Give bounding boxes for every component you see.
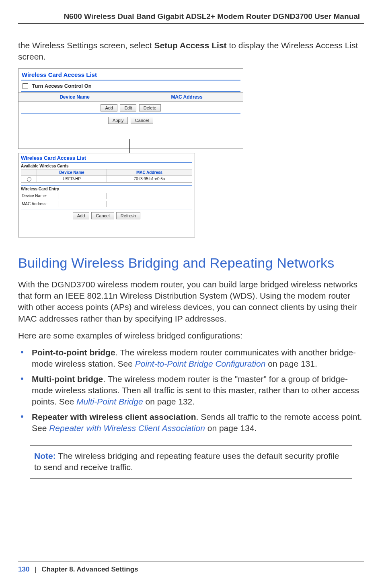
row-device-name: USER-HP	[37, 175, 107, 182]
access-control-row: Turn Access Control On	[18, 80, 243, 92]
access-control-checkbox[interactable]	[23, 83, 28, 89]
panel1-row-buttons: Add Edit Delete	[18, 102, 243, 113]
list-item: Point-to-point bridge. The wireless mode…	[18, 347, 364, 369]
cancel-button[interactable]: Cancel	[131, 117, 153, 124]
access-list-panel: Wireless Card Access List Turn Access Co…	[18, 68, 243, 149]
table-row: USER-HP 70:f3:95:b1:e0:5a	[21, 175, 192, 182]
note-box: Note: The wireless bridging and repeatin…	[30, 445, 352, 479]
bullet-bold: Multi-point bridge	[32, 374, 103, 384]
footer-separator: |	[35, 565, 36, 573]
intro-pre: the Wireless Settings screen, select	[18, 41, 154, 50]
bullet-bold: Repeater with wireless client associatio…	[32, 412, 196, 421]
col-device-name: Device Name	[18, 92, 131, 102]
bullet-text-tail: on page 132.	[143, 397, 195, 406]
row-radio[interactable]	[27, 177, 31, 182]
link-mp-bridge[interactable]: Multi-Point Bridge	[76, 397, 143, 406]
available-cards-label: Available Wireless Cards	[18, 163, 195, 169]
link-repeater[interactable]: Repeater with Wireless Client Associatio…	[49, 423, 205, 433]
panel2-buttons: Add Cancel Refresh	[18, 210, 195, 221]
col-mac-address: MAC Address	[107, 169, 192, 175]
device-name-row: Device Name:	[18, 192, 195, 200]
card-entry-label: Wireless Card Entry	[18, 186, 195, 192]
panel1-table-header: Device Name MAC Address	[18, 92, 243, 102]
panel1-title: Wireless Card Access List	[18, 69, 243, 80]
access-list-detail-panel: Wireless Card Access List Available Wire…	[18, 153, 195, 237]
add-button[interactable]: Add	[73, 212, 90, 219]
screenshot-group: Wireless Card Access List Turn Access Co…	[18, 68, 266, 246]
panel2-title: Wireless Card Access List	[18, 153, 195, 162]
page-footer: 130 | Chapter 8. Advanced Settings	[18, 561, 364, 574]
list-item: Repeater with wireless client associatio…	[18, 411, 364, 434]
col-mac-address: MAC Address	[131, 92, 243, 102]
cancel-button[interactable]: Cancel	[91, 212, 114, 219]
panel1-form-buttons: Apply Cancel	[18, 114, 243, 126]
list-item: Multi-point bridge. The wireless modem r…	[18, 373, 364, 407]
device-name-label: Device Name:	[22, 194, 58, 198]
paragraph-2: Here are some examples of wireless bridg…	[18, 330, 364, 341]
note-text: The wireless bridging and repeating feat…	[34, 451, 339, 472]
device-name-field[interactable]	[58, 193, 107, 199]
mac-address-field[interactable]	[58, 201, 107, 207]
manual-title: N600 Wireless Dual Band Gigabit ADSL2+ M…	[18, 12, 364, 21]
page-number: 130	[18, 565, 29, 573]
section-heading: Building Wireless Bridging and Repeating…	[18, 255, 364, 271]
access-control-label: Turn Access Control On	[32, 83, 92, 89]
footer-rule	[18, 561, 364, 561]
bullet-text-tail: on page 131.	[265, 359, 317, 368]
mac-address-label: MAC Address:	[22, 202, 58, 206]
available-cards-table: Device Name MAC Address USER-HP 70:f3:95…	[21, 169, 192, 183]
bullet-list: Point-to-point bridge. The wireless mode…	[18, 347, 364, 433]
bullet-bold: Point-to-point bridge	[32, 348, 115, 357]
mac-address-row: MAC Address:	[18, 200, 195, 208]
refresh-button[interactable]: Refresh	[116, 212, 141, 219]
intro-bold: Setup Access List	[154, 41, 226, 50]
bullet-text-tail: on page 134.	[205, 423, 257, 433]
header-rule	[18, 23, 364, 24]
link-ptp-bridge[interactable]: Point-to-Point Bridge Configuration	[135, 359, 266, 368]
note-label: Note:	[34, 451, 56, 460]
intro-paragraph: the Wireless Settings screen, select Set…	[18, 40, 364, 63]
apply-button[interactable]: Apply	[108, 117, 128, 124]
row-mac-address: 70:f3:95:b1:e0:5a	[107, 175, 192, 182]
chapter-label: Chapter 8. Advanced Settings	[41, 565, 138, 573]
edit-button[interactable]: Edit	[120, 104, 136, 111]
col-device-name: Device Name	[37, 169, 107, 175]
delete-button[interactable]: Delete	[139, 104, 161, 111]
paragraph-1: With the DGND3700 wireless modem router,…	[18, 279, 364, 324]
add-button[interactable]: Add	[101, 104, 117, 111]
